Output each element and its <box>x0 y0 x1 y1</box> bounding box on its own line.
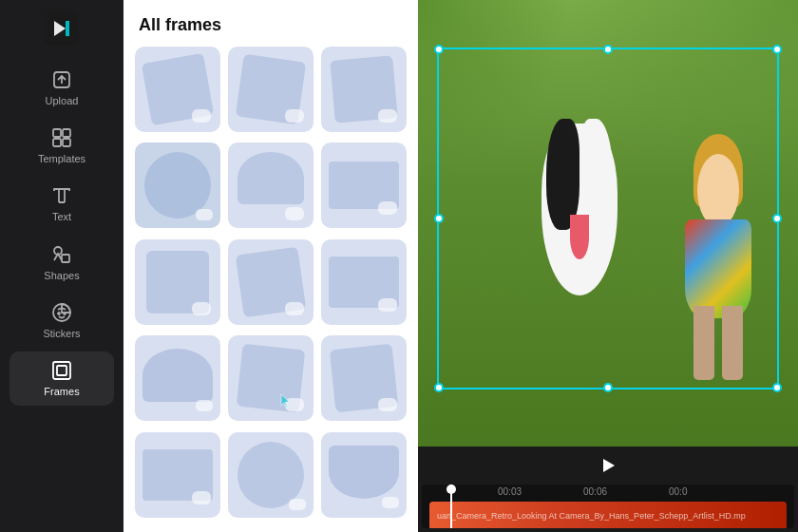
sidebar-text-label: Text <box>52 211 71 223</box>
svg-rect-4 <box>53 139 61 146</box>
video-canvas[interactable] <box>418 0 798 446</box>
sidebar-frames-label: Frames <box>44 386 79 398</box>
svg-point-9 <box>58 313 60 314</box>
list-item[interactable] <box>135 47 220 132</box>
time-mark-2: 00:06 <box>583 486 607 497</box>
upload-icon <box>50 68 73 91</box>
list-item[interactable] <box>135 142 220 228</box>
list-item[interactable] <box>321 335 407 421</box>
list-item[interactable] <box>321 47 407 132</box>
list-item[interactable] <box>321 142 407 228</box>
sidebar-upload-label: Upload <box>46 95 79 107</box>
panel-title: All frames <box>124 0 418 47</box>
sidebar-item-stickers[interactable]: Stickers <box>10 294 114 348</box>
time-mark-3: 00:0 <box>669 486 687 497</box>
timeline-controls <box>418 446 798 484</box>
list-item[interactable] <box>135 239 220 325</box>
list-item[interactable] <box>135 432 220 518</box>
sidebar-stickers-label: Stickers <box>43 328 80 340</box>
timeline-ruler: 00:03 00:06 00:0 <box>422 484 794 500</box>
svg-marker-14 <box>603 459 615 472</box>
list-item[interactable] <box>135 335 220 421</box>
list-item[interactable] <box>321 432 407 518</box>
playhead-marker[interactable] <box>446 484 456 494</box>
timeline: 00:03 00:06 00:0 uan_Camera_Retro_Lookin… <box>418 446 798 532</box>
sidebar-item-shapes[interactable]: Shapes <box>10 236 114 290</box>
cursor-pointer <box>279 392 306 413</box>
sidebar-templates-label: Templates <box>38 153 86 165</box>
svg-rect-12 <box>57 366 66 375</box>
list-item[interactable] <box>228 239 314 325</box>
sidebar-item-templates[interactable]: Templates <box>10 119 114 173</box>
sidebar-item-frames[interactable]: Frames <box>10 352 114 406</box>
svg-rect-7 <box>62 255 69 262</box>
stickers-icon <box>50 301 73 324</box>
svg-point-10 <box>64 313 66 314</box>
sidebar-item-text[interactable]: Text <box>10 177 114 231</box>
timeline-clip[interactable]: uan_Camera_Retro_Looking At Camera_By_Ha… <box>429 502 787 528</box>
text-icon <box>50 184 73 207</box>
sidebar-item-upload[interactable]: Upload <box>10 61 114 115</box>
svg-rect-2 <box>53 129 61 137</box>
svg-rect-5 <box>63 139 70 146</box>
play-button[interactable] <box>595 452 621 479</box>
svg-marker-13 <box>281 394 290 408</box>
frames-grid <box>124 47 418 532</box>
sidebar-shapes-label: Shapes <box>44 270 79 282</box>
list-item[interactable] <box>228 432 314 518</box>
svg-rect-3 <box>63 129 70 137</box>
frames-icon <box>50 359 73 382</box>
svg-rect-11 <box>53 362 70 379</box>
list-item[interactable] <box>228 142 314 228</box>
time-mark-1: 00:03 <box>498 486 522 497</box>
video-scene <box>418 0 798 446</box>
clip-filename: uan_Camera_Retro_Looking At Camera_By_Ha… <box>429 511 753 521</box>
list-item[interactable] <box>321 239 407 325</box>
templates-icon <box>50 126 73 149</box>
app-logo[interactable] <box>45 11 79 46</box>
list-item[interactable] <box>228 47 314 132</box>
main-area: 00:03 00:06 00:0 uan_Camera_Retro_Lookin… <box>418 0 798 532</box>
shapes-icon <box>50 243 73 266</box>
frames-panel: All frames <box>124 0 418 532</box>
sidebar: Upload Templates Text Shapes <box>0 0 124 532</box>
timeline-track[interactable]: 00:03 00:06 00:0 uan_Camera_Retro_Lookin… <box>422 484 794 528</box>
list-item[interactable] <box>228 335 314 421</box>
